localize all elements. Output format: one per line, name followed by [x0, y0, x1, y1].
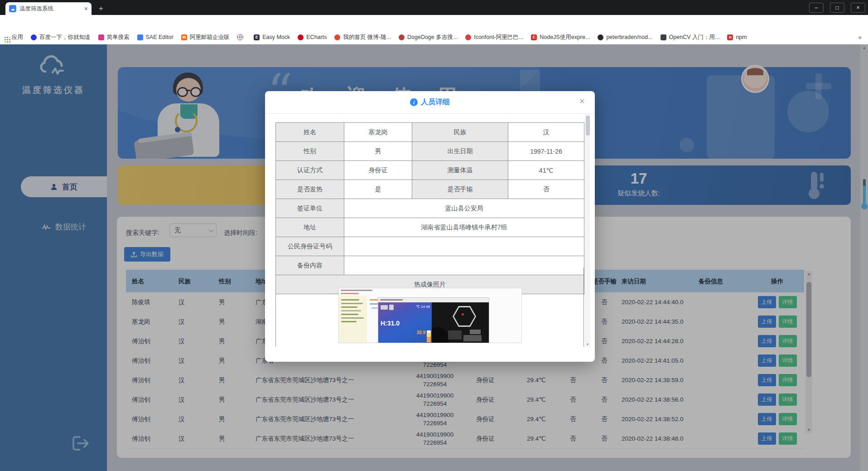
bookmark-github[interactable]: peterbraden/nod... [598, 34, 652, 40]
bookmark-baidu[interactable]: 百度一下，你就知道 [31, 34, 91, 41]
new-tab-button[interactable]: + [96, 4, 106, 14]
thermal-photo-cell: ℃ 14 46 H:31.0 30.9 [275, 267, 584, 347]
address-bar: ← → i 不安全 | jccnccloud.com/hp.html#/admi… [0, 15, 868, 31]
tab-title: 温度筛选系统 [19, 5, 81, 13]
bookmark-npm[interactable]: nnpm [727, 34, 747, 40]
bookmark-dogedoge[interactable]: DogeDoge 多吉搜... [399, 34, 458, 41]
bookmark-sae-editor[interactable]: SAE Editor [137, 34, 174, 40]
npm-icon: n [727, 34, 733, 40]
bookmark-iconfont[interactable]: Iconfont-阿里巴巴... [465, 34, 523, 41]
camera-popup-window: ℃ 14 46 H:31.0 30.9 [378, 297, 489, 343]
bookmarks-overflow-icon[interactable]: » [858, 34, 862, 41]
bookmarks-bar: 应用 百度一下，你就知道 简单搜索 SAE Editor M阿里邮箱企业版 EE… [0, 30, 868, 44]
bookmark-apps[interactable]: 应用 [4, 34, 23, 41]
modal-body: 姓名塞龙岗民族汉 性别男出生日期1997-11-26 认证方式身份证测量体温41… [265, 114, 595, 347]
browser-tab[interactable]: ☁ 温度筛选系统 × [5, 2, 92, 15]
window-maximize-button[interactable]: □ [830, 3, 844, 13]
modal-header-divider [265, 113, 595, 114]
modal-scrollbar[interactable]: ▼ [585, 114, 590, 347]
github-icon [598, 34, 603, 40]
bookmark-globe[interactable] [237, 34, 246, 40]
simple-search-icon [98, 34, 104, 40]
thermal-photo[interactable]: ℃ 14 46 H:31.0 30.9 [338, 288, 522, 343]
normal-camera-view [432, 302, 489, 343]
baidu-icon [31, 34, 37, 40]
bookmark-echarts[interactable]: ECharts [298, 34, 327, 40]
dogedoge-icon [399, 34, 405, 40]
browser-title-bar: ☁ 温度筛选系统 × + – □ × [0, 0, 868, 15]
window-minimize-button[interactable]: – [809, 3, 824, 13]
iconfont-icon [465, 34, 471, 40]
ceiling-light-hexagon [453, 306, 476, 327]
sae-icon [137, 34, 143, 40]
bookmark-simple-search[interactable]: 简单搜索 [98, 34, 130, 41]
bookmark-opencv[interactable]: OpenCV 入门：用... [661, 34, 720, 41]
modal-close-icon[interactable]: × [579, 97, 585, 106]
bookmark-alimail[interactable]: M阿里邮箱企业版 [181, 34, 230, 41]
weibo-icon [334, 34, 340, 40]
person-detail-modal: i 人员详细 × 姓名塞龙岗民族汉 性别男出生日期1997-11-26 认证方式… [265, 91, 595, 362]
window-close-button[interactable]: × [851, 3, 865, 13]
tab-favicon-cloud-icon: ☁ [9, 5, 16, 12]
opencv-icon [661, 34, 666, 40]
thermal-top-reading: ℃ 14 46 [416, 305, 430, 309]
easymock-icon: E [254, 34, 260, 40]
echarts-icon [298, 34, 304, 40]
app-window: ☁ 温度筛选系统 × + – □ × ← → i 不安全 | jccncclou… [0, 0, 868, 471]
info-icon: i [410, 98, 418, 106]
bookmark-csdn-nodejs[interactable]: CNodeJS使用expre... [531, 34, 590, 41]
csdn-icon: C [531, 34, 537, 40]
modal-scrollbar-thumb[interactable] [586, 116, 590, 136]
tab-close-icon[interactable]: × [84, 5, 88, 12]
modal-scroll-down-icon[interactable]: ▼ [585, 343, 590, 346]
thermal-camera-view: ℃ 14 46 H:31.0 30.9 [378, 302, 432, 343]
bookmark-easy-mock[interactable]: EEasy Mock [254, 34, 290, 40]
modal-title: i 人员详细 [265, 97, 595, 107]
alimail-icon: M [181, 34, 187, 40]
thermal-h-reading: H:31.0 [381, 320, 400, 327]
thermal-side-reading: 30.9 [417, 330, 425, 335]
bookmark-weibo[interactable]: 我的首页 微博-随... [334, 34, 391, 41]
globe-icon [237, 34, 243, 40]
apps-grid-icon [5, 37, 6, 38]
page-viewport: 温度筛选仪器 首页 数据统计 [0, 44, 868, 471]
